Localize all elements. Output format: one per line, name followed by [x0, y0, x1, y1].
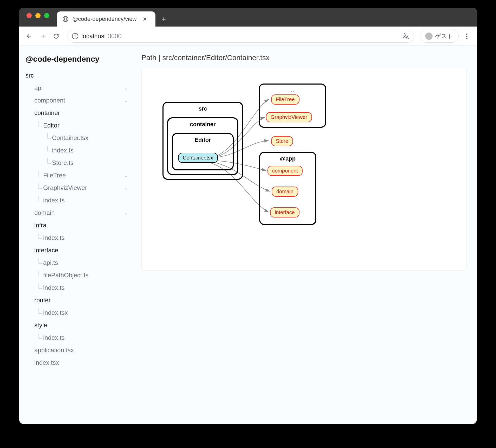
tree-folder-container[interactable]: container: [34, 107, 128, 119]
tree-file-store-ts[interactable]: Store.ts: [52, 157, 128, 169]
reload-button[interactable]: [51, 31, 61, 41]
node-interface[interactable]: interface: [270, 207, 299, 217]
svg-point-2: [466, 35, 468, 37]
url-bar[interactable]: i localhost:3000: [67, 30, 414, 43]
node-component[interactable]: component: [267, 166, 303, 176]
tree-folder-domain[interactable]: domain⌄: [34, 207, 128, 219]
tree-folder-editor[interactable]: Editor: [43, 119, 128, 132]
chevron-down-icon: ⌄: [124, 210, 128, 216]
close-window-button[interactable]: [27, 13, 32, 18]
url-text: localhost:3000: [81, 33, 122, 40]
browser-toolbar: i localhost:3000 ゲスト: [19, 27, 477, 46]
tree-file-interface-index-ts[interactable]: index.ts: [43, 281, 128, 294]
cluster-label-dotdot: ..: [260, 87, 325, 94]
node-domain[interactable]: domain: [272, 187, 298, 197]
tree-folder-graphviz[interactable]: GraphvizViewer⌄: [43, 182, 128, 194]
tree-file-container-index-ts[interactable]: index.ts: [43, 194, 128, 207]
file-tree: src api⌄ component⌄ container Editor: [25, 69, 128, 369]
app-title: @code-dependency: [25, 55, 128, 63]
close-tab-icon[interactable]: ×: [143, 15, 147, 23]
browser-menu-button[interactable]: [462, 31, 472, 41]
cluster-label-src: src: [164, 105, 242, 112]
node-filetree[interactable]: FileTree: [271, 94, 299, 105]
guest-profile[interactable]: ゲスト: [420, 30, 459, 43]
tree-file-infra-index-ts[interactable]: index.ts: [43, 232, 128, 244]
path-header: Path | src/container/Editor/Container.ts…: [141, 54, 466, 62]
back-button[interactable]: [24, 31, 34, 41]
svg-point-1: [466, 33, 468, 35]
tree-file-index-tsx[interactable]: index.tsx: [34, 356, 128, 369]
guest-label: ゲスト: [435, 32, 453, 40]
tree-file-router-index-tsx[interactable]: index.tsx: [43, 306, 128, 319]
tree-file-filepathobject-ts[interactable]: filePathObject.ts: [43, 269, 128, 281]
minimize-window-button[interactable]: [35, 13, 41, 18]
new-tab-button[interactable]: +: [158, 14, 169, 25]
tree-file-api-ts[interactable]: api.ts: [43, 257, 128, 269]
tree-file-container-tsx[interactable]: Container.tsx: [52, 132, 128, 144]
browser-window: @code-dependency/view × + i localhost:30…: [19, 8, 477, 424]
cluster-label-app: @app: [260, 155, 315, 162]
dependency-graph[interactable]: src container Editor Container.tsx .. Fi…: [141, 68, 466, 271]
node-store[interactable]: Store: [271, 136, 293, 146]
node-graphvizviewer[interactable]: GraphvizViewer: [266, 112, 312, 122]
tree-file-editor-index-ts[interactable]: index.ts: [52, 144, 128, 157]
translate-icon[interactable]: [402, 33, 409, 40]
globe-icon: [62, 16, 69, 22]
app-content: @code-dependency src api⌄ component⌄ con…: [19, 46, 477, 424]
tree-folder-src[interactable]: src: [25, 69, 128, 82]
window-controls: [27, 13, 49, 18]
cluster-label-editor: Editor: [173, 137, 233, 143]
tree-folder-component[interactable]: component⌄: [34, 94, 128, 107]
browser-tab[interactable]: @code-dependency/view ×: [57, 11, 155, 27]
tree-folder-api[interactable]: api⌄: [34, 82, 128, 94]
tab-bar: @code-dependency/view × +: [19, 8, 477, 27]
tree-folder-filetree[interactable]: FileTree⌄: [43, 169, 128, 182]
chevron-down-icon: ⌄: [124, 85, 128, 91]
tab-title: @code-dependency/view: [72, 16, 136, 22]
main-panel: Path | src/container/Editor/Container.ts…: [131, 46, 477, 424]
chevron-down-icon: ⌄: [124, 172, 128, 178]
maximize-window-button[interactable]: [44, 13, 49, 18]
cluster-editor: Editor: [172, 133, 234, 170]
chevron-down-icon: ⌄: [124, 185, 128, 191]
tree-folder-router[interactable]: router: [34, 294, 128, 306]
avatar-icon: [425, 33, 433, 40]
chevron-down-icon: ⌄: [124, 97, 128, 104]
tree-folder-interface[interactable]: interface: [34, 244, 128, 257]
cluster-label-container: container: [168, 121, 237, 128]
site-info-icon[interactable]: i: [72, 33, 78, 39]
sidebar: @code-dependency src api⌄ component⌄ con…: [19, 46, 131, 424]
tree-file-style-index-ts[interactable]: index.ts: [43, 331, 128, 344]
forward-button[interactable]: [37, 31, 48, 41]
tree-folder-style[interactable]: style: [34, 319, 128, 331]
svg-point-3: [466, 37, 468, 39]
node-container-tsx[interactable]: Container.tsx: [178, 153, 218, 163]
tree-file-application-tsx[interactable]: application.tsx: [34, 344, 128, 356]
tree-folder-infra[interactable]: infra: [34, 219, 128, 232]
